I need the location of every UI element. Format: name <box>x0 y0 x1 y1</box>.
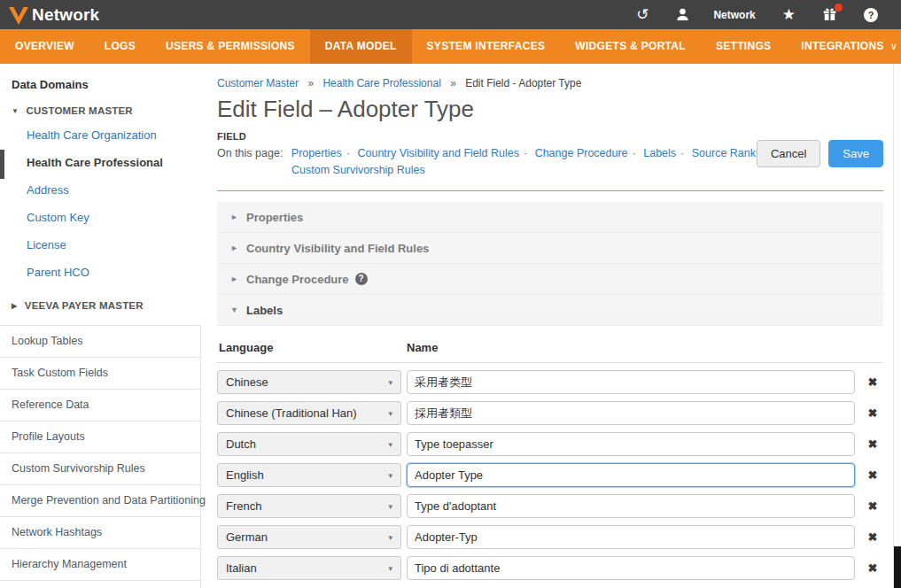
labels-table-header: Language Name <box>217 341 883 363</box>
nav-tab-users-permissions[interactable]: USERS & PERMISSIONS <box>151 29 310 64</box>
sidebar-item-address[interactable]: Address <box>0 176 208 204</box>
sidebar-item-custom-key[interactable]: Custom Key <box>0 204 208 231</box>
sidebar-item-reference-data[interactable]: Reference Data <box>0 390 200 422</box>
breadcrumb-current-page: Edit Field - Adopter Type <box>465 77 581 89</box>
breadcrumb-customer-master[interactable]: Customer Master <box>217 77 299 89</box>
remove-language-icon[interactable]: ✖ <box>866 437 879 451</box>
whats-new-gift-icon[interactable] <box>822 7 837 22</box>
remove-language-icon[interactable]: ✖ <box>866 406 879 420</box>
label-name-input[interactable] <box>407 494 855 518</box>
section-change-procedure[interactable]: ► Change Procedure ? <box>217 264 883 295</box>
remove-language-icon[interactable]: ✖ <box>866 375 879 389</box>
collapsed-arrow-icon: ► <box>230 244 246 252</box>
brand-name: Network <box>32 5 99 25</box>
sidebar-item-profile-layouts[interactable]: Profile Layouts <box>0 422 200 453</box>
chevron-down-icon: ▾ <box>388 502 392 511</box>
sidebar-item-custom-survivorship-rules[interactable]: Custom Survivorship Rules <box>0 453 200 485</box>
help-icon[interactable]: ? <box>355 273 368 285</box>
accordion-sections: ► Properties ► Country Visibility and Fi… <box>217 202 883 326</box>
chevron-down-icon: ∨ <box>890 41 897 51</box>
nav-tab-overview[interactable]: OVERVIEW <box>0 29 89 64</box>
label-name-input[interactable] <box>407 432 855 456</box>
nav-tab-logs[interactable]: LOGS <box>89 29 151 64</box>
breadcrumb-separator: » <box>307 77 314 89</box>
label-row-french: French ▾ ✖ <box>217 494 883 518</box>
language-select[interactable]: French ▾ <box>217 494 401 518</box>
column-header-language: Language <box>217 341 407 354</box>
history-icon[interactable]: ↺ <box>636 7 649 22</box>
label-row-italian: Italian ▾ ✖ <box>217 556 883 580</box>
collapsed-arrow-icon: ► <box>230 213 246 221</box>
chevron-down-icon: ▾ <box>388 471 392 480</box>
veeva-network-logo[interactable]: Network <box>8 4 99 26</box>
sidebar-item-parent-hco[interactable]: Parent HCO <box>0 259 208 286</box>
sidebar-item-key-hco-search-settings[interactable]: Key HCO Network Search Settings <box>0 581 200 588</box>
label-name-input[interactable] <box>407 370 855 394</box>
orange-divider <box>217 190 883 191</box>
sidebar: Data Domains ▼ CUSTOMER MASTER Health Ca… <box>0 64 208 588</box>
remove-language-icon[interactable]: ✖ <box>866 499 879 513</box>
sidebar-item-health-care-professional[interactable]: Health Care Professional <box>0 149 208 176</box>
chevron-down-icon: ▾ <box>388 409 392 418</box>
language-select[interactable]: German ▾ <box>217 525 401 549</box>
section-country-visibility[interactable]: ► Country Visibility and Field Rules <box>217 233 883 264</box>
breadcrumb-health-care-professional[interactable]: Health Care Professional <box>322 77 440 89</box>
label-row-english: English ▾ ✖ <box>217 463 883 487</box>
remove-language-icon[interactable]: ✖ <box>866 468 879 482</box>
sidebar-item-hierarchy-management[interactable]: Hierarchy Management <box>0 549 200 581</box>
chevron-down-icon: ▾ <box>388 378 392 387</box>
label-name-input[interactable] <box>407 525 855 549</box>
nav-tab-system-interfaces[interactable]: SYSTEM INTERFACES <box>412 29 561 64</box>
notification-dot <box>835 4 843 12</box>
remove-language-icon[interactable]: ✖ <box>866 530 879 544</box>
user-icon[interactable] <box>675 7 690 22</box>
sidebar-item-health-care-organization[interactable]: Health Care Organization <box>0 121 208 149</box>
sidebar-item-network-hashtags[interactable]: Network Hashtags <box>0 517 200 549</box>
anchor-link-change-procedure[interactable]: Change Procedure <box>535 147 628 159</box>
remove-language-icon[interactable]: ✖ <box>866 561 879 575</box>
sidebar-item-license[interactable]: License <box>0 231 208 259</box>
label-name-input-focused[interactable] <box>407 463 855 487</box>
section-labels[interactable]: ▼ Labels <box>217 295 883 326</box>
expand-arrow-icon: ▶ <box>12 302 17 310</box>
sidebar-item-task-custom-fields[interactable]: Task Custom Fields <box>0 358 200 390</box>
label-name-input[interactable] <box>407 401 855 425</box>
language-select[interactable]: Chinese (Traditional Han) ▾ <box>217 401 401 425</box>
language-select[interactable]: Italian ▾ <box>217 556 401 580</box>
veeva-v-icon <box>8 4 29 26</box>
chevron-down-icon: ▾ <box>388 440 392 449</box>
nav-tab-widgets-portal[interactable]: WIDGETS & PORTAL <box>560 29 701 64</box>
label-name-input[interactable] <box>407 556 855 580</box>
nav-tab-settings[interactable]: SETTINGS <box>701 29 786 64</box>
language-select[interactable]: Chinese ▾ <box>217 370 401 394</box>
language-select[interactable]: English ▾ <box>217 463 401 487</box>
collapsed-arrow-icon: ► <box>230 275 246 283</box>
account-name[interactable]: Network <box>713 9 755 21</box>
column-header-name: Name <box>407 341 438 354</box>
anchor-link-properties[interactable]: Properties <box>291 147 342 159</box>
anchor-link-country-visibility[interactable]: Country Visibility and Field Rules <box>357 147 519 159</box>
domain-customer-master[interactable]: ▼ CUSTOMER MASTER <box>12 105 208 116</box>
scrollbar-track[interactable] <box>893 64 901 588</box>
nav-tab-data-model[interactable]: DATA MODEL <box>310 29 412 64</box>
anchor-link-labels[interactable]: Labels <box>643 147 676 159</box>
nav-tab-integrations[interactable]: INTEGRATIONS∨ <box>786 29 901 64</box>
save-button[interactable]: Save <box>828 140 883 167</box>
labels-editor: Language Name Chinese ▾ ✖ Chinese (Tradi… <box>217 341 883 588</box>
page-title: Edit Field – Adopter Type <box>217 96 883 123</box>
selected-indicator-bar <box>0 150 4 179</box>
section-properties[interactable]: ► Properties <box>217 202 883 233</box>
scrollbar-thumb[interactable] <box>894 546 901 588</box>
help-icon[interactable]: ? <box>864 8 878 22</box>
breadcrumb-separator: » <box>450 77 456 89</box>
topbar-right: ↺ Network ★ ? <box>610 7 878 22</box>
language-select[interactable]: Dutch ▾ <box>217 432 401 456</box>
domain-veeva-payer-master[interactable]: ▶ VEEVA PAYER MASTER <box>12 300 208 311</box>
favorites-star-icon[interactable]: ★ <box>782 7 796 22</box>
breadcrumb: Customer Master » Health Care Profession… <box>217 77 883 89</box>
cancel-button[interactable]: Cancel <box>757 140 820 167</box>
sidebar-item-merge-prevention[interactable]: Merge Prevention and Data Partitioning <box>0 485 200 517</box>
sidebar-item-lookup-tables[interactable]: Lookup Tables <box>0 326 200 358</box>
anchor-link-custom-survivorship-rules[interactable]: Custom Survivorship Rules <box>291 164 425 176</box>
sidebar-title: Data Domains <box>12 78 208 91</box>
